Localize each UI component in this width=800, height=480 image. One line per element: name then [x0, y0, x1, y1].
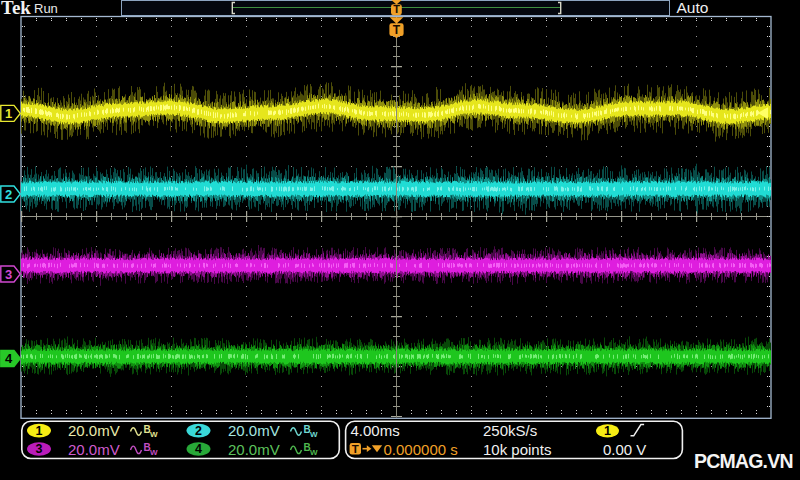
- svg-text:3: 3: [5, 267, 12, 282]
- svg-text:T: T: [393, 3, 400, 15]
- svg-text:4: 4: [195, 442, 202, 456]
- svg-text:20.0mV: 20.0mV: [68, 422, 120, 439]
- svg-text:1: 1: [36, 424, 43, 438]
- svg-text:W: W: [150, 430, 158, 439]
- svg-text:250kS/s: 250kS/s: [483, 422, 537, 439]
- svg-text:2: 2: [5, 187, 12, 202]
- svg-text:4: 4: [5, 351, 13, 366]
- svg-text:4.00ms: 4.00ms: [351, 422, 400, 439]
- svg-text:10k points: 10k points: [483, 441, 551, 458]
- svg-text:2: 2: [195, 424, 202, 438]
- svg-text:T: T: [393, 23, 401, 37]
- svg-text:W: W: [150, 448, 158, 457]
- svg-text:1: 1: [604, 424, 611, 438]
- svg-text:T: T: [352, 443, 359, 455]
- svg-text:Auto: Auto: [677, 0, 709, 16]
- svg-text:PCMAG.VN: PCMAG.VN: [694, 450, 793, 472]
- svg-text:20.0mV: 20.0mV: [228, 441, 280, 458]
- svg-text:1: 1: [5, 106, 12, 121]
- svg-text:W: W: [310, 430, 318, 439]
- svg-text:0.000000 s: 0.000000 s: [384, 441, 458, 458]
- svg-text:Run: Run: [34, 1, 58, 16]
- svg-text:20.0mV: 20.0mV: [68, 441, 120, 458]
- svg-text:3: 3: [36, 442, 43, 456]
- svg-text:20.0mV: 20.0mV: [228, 422, 280, 439]
- svg-text:Tek: Tek: [1, 0, 31, 18]
- svg-text:W: W: [310, 448, 318, 457]
- svg-text:0.00 V: 0.00 V: [603, 441, 646, 458]
